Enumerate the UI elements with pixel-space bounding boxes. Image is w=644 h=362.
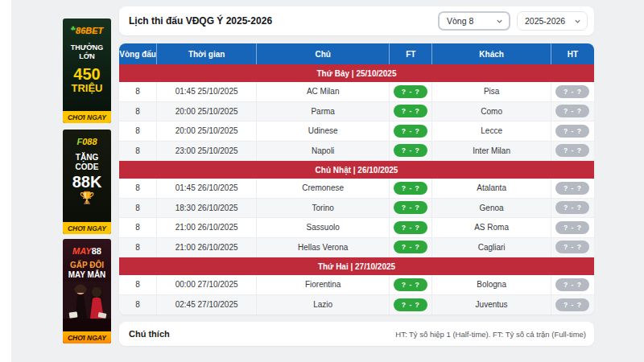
column-header: HT [551, 43, 594, 64]
ft-score-badge: ? - ? [394, 125, 427, 138]
ht-score-badge: ? - ? [555, 278, 589, 291]
column-header: FT [390, 43, 432, 64]
ad-text: MAY MẮN [68, 270, 106, 279]
match-row[interactable]: 800:00 27/10/2025Fiorentina? - ?Bologna?… [119, 275, 594, 295]
may88-logo: MAY88 [72, 246, 101, 256]
ht-score-cell: ? - ? [551, 82, 594, 101]
match-row[interactable]: 818:30 26/10/2025Torino? - ?Genoa? - ? [119, 199, 594, 219]
match-row[interactable]: 802:45 27/10/2025Lazio? - ?Juventus? - ? [119, 295, 594, 315]
ht-score-badge: ? - ? [555, 241, 589, 253]
column-header: Vòng đấu [119, 43, 157, 64]
round-cell: 8 [119, 82, 157, 101]
home-team-cell: Sassuolo [257, 218, 390, 237]
play-now-button[interactable]: CHƠI NGAY [63, 111, 111, 123]
ad-text: TẶNGCODE [76, 153, 99, 172]
home-team-cell: Napoli [257, 142, 390, 161]
date-section-header: Thứ Bảy | 25/10/2025 [119, 64, 594, 82]
time-cell: 23:00 25/10/2025 [157, 142, 257, 161]
round-select-value: Vòng 8 [447, 16, 473, 26]
round-cell: 8 [119, 218, 157, 237]
time-cell: 21:00 26/10/2025 [157, 238, 257, 257]
ht-score-badge: ? - ? [555, 85, 589, 98]
away-team-cell: Juventus [432, 295, 551, 315]
season-select[interactable]: 2025-2026 [517, 11, 588, 31]
page-title: Lịch thi đấu VĐQG Ý 2025-2026 [129, 15, 272, 27]
date-section-header: Thứ Hai | 27/10/2025 [119, 257, 594, 275]
column-header: Khách [432, 43, 551, 64]
ft-score-cell: ? - ? [390, 238, 432, 257]
round-cell: 8 [119, 199, 157, 218]
time-cell: 20:00 25/10/2025 [157, 121, 257, 141]
ft-score-cell: ? - ? [390, 142, 432, 161]
time-cell: 01:45 25/10/2025 [157, 82, 257, 101]
ft-score-cell: ? - ? [390, 179, 432, 198]
season-select-value: 2025-2026 [525, 16, 565, 26]
ad-amount: 88K [72, 174, 102, 191]
play-now-button[interactable]: CHƠI NGAY [63, 331, 111, 343]
ad-text: GẤP ĐÔI [70, 261, 104, 269]
ad-banner-may88[interactable]: MAY88 GẤP ĐÔI MAY MẮN CHƠI NGAY [63, 239, 111, 343]
match-row[interactable]: 801:45 25/10/2025AC Milan? - ?Pisa? - ? [119, 82, 594, 102]
away-team-cell: Como [432, 102, 551, 121]
f088-logo: F088 [76, 137, 97, 146]
match-row[interactable]: 820:00 25/10/2025Parma? - ?Como? - ? [119, 102, 594, 122]
home-team-cell: Udinese [257, 121, 390, 141]
home-team-cell: Cremonese [257, 179, 390, 198]
home-team-cell: AC Milan [257, 82, 390, 101]
away-team-cell: Pisa [432, 82, 551, 101]
ht-score-badge: ? - ? [555, 105, 589, 117]
ht-score-badge: ? - ? [555, 201, 589, 214]
round-cell: 8 [119, 238, 157, 257]
away-team-cell: Bologna [432, 275, 551, 294]
time-cell: 18:30 26/10/2025 [157, 199, 257, 218]
ad-banner-f088[interactable]: F088 TẶNGCODE 88K 🏆 CHƠI NGAY [63, 130, 111, 234]
match-row[interactable]: 821:00 26/10/2025Hellas Verona? - ?Cagli… [119, 238, 594, 258]
time-cell: 00:00 27/10/2025 [157, 275, 257, 294]
ad-amount-unit: TRIỆU [72, 82, 103, 94]
legend-note: HT: Tỷ số hiệp 1 (Half-time). FT: Tỷ số … [395, 330, 586, 339]
home-team-cell: Hellas Verona [257, 238, 390, 257]
ft-score-badge: ? - ? [394, 241, 427, 253]
ad-text: THƯỞNGLỚN [71, 43, 104, 61]
ht-score-cell: ? - ? [551, 121, 594, 141]
play-now-button[interactable]: CHƠI NGAY [63, 222, 111, 234]
ft-score-cell: ? - ? [390, 102, 432, 121]
page-header: Lịch thi đấu VĐQG Ý 2025-2026 Vòng 8 202… [119, 6, 594, 35]
table-header-row: Vòng đấuThời gianChủFTKháchHT [119, 43, 594, 64]
round-cell: 8 [119, 121, 157, 141]
chevron-down-icon [496, 18, 503, 25]
ad-banner-86bet[interactable]: ☘86BET THƯỞNGLỚN 450 TRIỆU CHƠI NGAY [63, 19, 111, 123]
round-cell: 8 [119, 275, 157, 294]
column-header: Thời gian [157, 43, 257, 64]
legend: Chú thích HT: Tỷ số hiệp 1 (Half-time). … [119, 322, 594, 346]
ad-amount: 450 [73, 66, 100, 82]
trophy-icon: 🏆 [80, 191, 95, 204]
ft-score-badge: ? - ? [394, 144, 427, 157]
ft-score-cell: ? - ? [390, 275, 432, 294]
chevron-down-icon [574, 18, 581, 25]
round-select[interactable]: Vòng 8 [438, 11, 510, 31]
away-team-cell: Lecce [432, 121, 551, 141]
ht-score-cell: ? - ? [551, 275, 594, 294]
ht-score-badge: ? - ? [555, 221, 589, 234]
ft-score-cell: ? - ? [390, 82, 432, 101]
home-team-cell: Torino [257, 199, 390, 218]
match-row[interactable]: 821:00 26/10/2025Sassuolo? - ?AS Roma? -… [119, 218, 594, 238]
home-team-cell: Fiorentina [257, 275, 390, 294]
match-row[interactable]: 801:45 26/10/2025Cremonese? - ?Atalanta?… [119, 179, 594, 199]
ft-score-badge: ? - ? [394, 201, 427, 214]
time-cell: 01:45 26/10/2025 [157, 179, 257, 198]
away-team-cell: Inter Milan [432, 142, 551, 161]
date-section-header: Chủ Nhật | 26/10/2025 [119, 161, 594, 179]
ft-score-badge: ? - ? [394, 278, 427, 291]
away-team-cell: Cagliari [432, 238, 551, 257]
ft-score-cell: ? - ? [390, 199, 432, 218]
away-team-cell: Atalanta [432, 179, 551, 198]
ft-score-badge: ? - ? [394, 85, 427, 98]
ht-score-badge: ? - ? [555, 298, 589, 311]
ht-score-cell: ? - ? [551, 142, 594, 161]
round-cell: 8 [119, 142, 157, 161]
time-cell: 20:00 25/10/2025 [157, 102, 257, 121]
match-row[interactable]: 823:00 25/10/2025Napoli? - ?Inter Milan?… [119, 142, 594, 162]
match-row[interactable]: 820:00 25/10/2025Udinese? - ?Lecce? - ? [119, 121, 594, 142]
